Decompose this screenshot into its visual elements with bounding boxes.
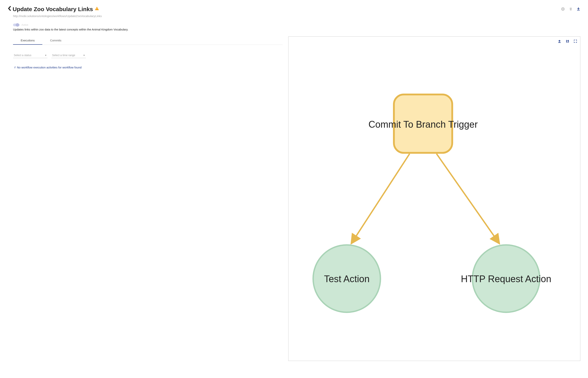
download-button[interactable] <box>576 7 580 12</box>
status-select-placeholder: Select a status <box>14 54 31 57</box>
status-select[interactable]: Select a status ▼ <box>13 53 48 58</box>
edge-trigger-to-action2 <box>436 154 499 244</box>
fullscreen-button[interactable] <box>574 40 577 44</box>
workflow-canvas[interactable]: Commit To Branch Trigger Test Action HTT… <box>288 36 580 361</box>
action-node-2-label: HTTP Request Action <box>461 273 551 284</box>
info-icon: i <box>14 66 15 69</box>
trigger-node-label: Commit To Branch Trigger <box>369 119 478 130</box>
active-toggle[interactable] <box>13 24 20 26</box>
caret-down-icon: ▼ <box>83 54 85 56</box>
warning-icon <box>95 6 99 12</box>
tab-commits[interactable]: Commits <box>42 36 69 45</box>
timerange-select-placeholder: Select a time range <box>52 54 75 57</box>
delete-button[interactable] <box>569 7 573 12</box>
svg-rect-5 <box>567 40 568 41</box>
page-title: Update Zoo Vocabulary Links <box>13 6 93 13</box>
edge-trigger-to-action1 <box>351 154 410 244</box>
svg-rect-6 <box>567 41 568 42</box>
svg-rect-3 <box>577 10 580 11</box>
svg-rect-0 <box>97 8 97 9</box>
tab-executions[interactable]: Executions <box>13 36 42 45</box>
empty-state-text: No workflow execution activities for wor… <box>17 66 82 69</box>
empty-state-message: i No workflow execution activities for w… <box>13 66 282 69</box>
workflow-description: Updates links within zoo data to the lat… <box>13 28 580 31</box>
svg-rect-4 <box>558 42 561 43</box>
active-toggle-label: Active <box>21 23 28 26</box>
back-button[interactable] <box>8 6 11 13</box>
svg-rect-1 <box>97 9 97 10</box>
upload-button[interactable] <box>558 39 561 44</box>
tabs: Executions Commits <box>13 36 282 45</box>
play-button[interactable] <box>561 7 565 12</box>
save-button[interactable] <box>566 39 569 44</box>
workflow-url: http://mobi.solutions/ontologies/workflo… <box>13 14 580 18</box>
workflow-diagram: Commit To Branch Trigger Test Action HTT… <box>288 37 580 361</box>
timerange-select[interactable]: Select a time range ▼ <box>51 53 86 58</box>
action-node-1-label: Test Action <box>324 273 370 284</box>
caret-down-icon: ▼ <box>45 54 47 56</box>
